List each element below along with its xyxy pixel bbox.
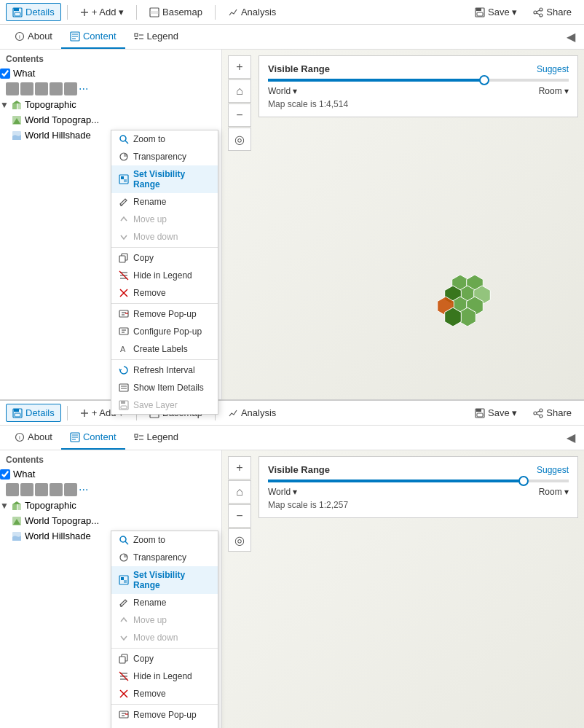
- suggest-button[interactable]: Suggest: [537, 64, 569, 74]
- table-icon[interactable]: [20, 82, 33, 95]
- layer-tool-icons: ···: [0, 482, 221, 498]
- menu-item-copy[interactable]: Copy: [111, 650, 218, 668]
- menu-item-remove-popup[interactable]: Remove Pop-up: [111, 706, 218, 724]
- menu-item-create-labels[interactable]: ACreate Labels: [111, 340, 218, 358]
- menu-item-show-item-details[interactable]: Show Item Details: [111, 379, 218, 396]
- share-button[interactable]: Share: [526, 404, 578, 422]
- main-layout: Contents What···▼ Topographic World Topo…: [0, 450, 584, 728]
- layer-item-world-topo[interactable]: World Topograp...: [0, 112, 221, 128]
- world-range-label[interactable]: World ▾: [268, 86, 297, 96]
- style-icon[interactable]: [50, 483, 63, 496]
- grid-icon[interactable]: [6, 82, 19, 95]
- expand-topo-icon[interactable]: ▼: [0, 501, 9, 511]
- tab-content[interactable]: Content: [61, 426, 125, 450]
- menu-item-set-visibility[interactable]: Set Visibility Range: [111, 165, 218, 193]
- layer-item-world-topo[interactable]: World Topograp...: [0, 513, 221, 528]
- context-menu: Zoom toTransparencySet Visibility RangeR…: [111, 130, 218, 415]
- tab-content[interactable]: Content: [61, 25, 125, 49]
- layer-item-what[interactable]: What: [0, 66, 221, 81]
- save-icon: [12, 408, 23, 418]
- menu-icon-move-up: [119, 615, 129, 625]
- zoom-out-button[interactable]: −: [228, 103, 251, 127]
- gps-button[interactable]: ◎: [228, 128, 251, 151]
- world-range-label[interactable]: World ▾: [268, 487, 297, 497]
- menu-item-remove[interactable]: Remove: [111, 284, 218, 302]
- add-button[interactable]: + Add ▾: [74, 3, 130, 21]
- zoom-out-button[interactable]: −: [228, 504, 251, 528]
- menu-item-hide-legend[interactable]: Hide in Legend: [111, 668, 218, 685]
- room-range-label[interactable]: Room ▾: [539, 487, 569, 497]
- tab-legend[interactable]: Legend: [125, 426, 187, 450]
- svg-rect-6: [150, 11, 159, 14]
- share-button[interactable]: Share: [526, 3, 578, 21]
- zoom-in-button[interactable]: +: [228, 456, 251, 480]
- layer-item-what[interactable]: What: [0, 466, 221, 482]
- svg-rect-27: [17, 103, 21, 109]
- menu-icon-hide-legend: [119, 270, 129, 281]
- menu-icon-rename: [119, 197, 129, 207]
- menu-item-hide-legend[interactable]: Hide in Legend: [111, 267, 218, 284]
- menu-item-label-save-layer: Save Layer: [133, 400, 178, 410]
- save-button[interactable]: Save ▾: [468, 404, 524, 422]
- collapse-sidebar-button[interactable]: ◀: [564, 27, 578, 47]
- menu-item-label-refresh-interval: Refresh Interval: [133, 365, 195, 375]
- sidebar: Contents What···▼ Topographic World Topo…: [0, 450, 222, 728]
- gps-button[interactable]: ◎: [228, 528, 251, 552]
- svg-point-12: [534, 11, 537, 14]
- room-range-label[interactable]: Room ▾: [539, 86, 569, 96]
- map-area[interactable]: +⌂−◎Visible RangeSuggestWorld ▾Room ▾Map…: [222, 50, 584, 399]
- more-options-button[interactable]: ···: [79, 82, 88, 95]
- settings-icon[interactable]: [64, 82, 77, 95]
- menu-item-refresh-interval[interactable]: Refresh Interval: [111, 361, 218, 379]
- menu-item-configure-popup[interactable]: Configure Pop-up: [111, 724, 218, 728]
- menu-item-zoom-to[interactable]: Zoom to: [111, 130, 218, 148]
- tab-about[interactable]: i About: [6, 25, 61, 49]
- analysis-button[interactable]: Analysis: [221, 404, 283, 422]
- more-options-button[interactable]: ···: [79, 483, 88, 496]
- visibility-slider[interactable]: [268, 79, 569, 82]
- details-button[interactable]: Details: [6, 404, 61, 422]
- what-checkbox[interactable]: [0, 469, 10, 480]
- menu-item-rename[interactable]: Rename: [111, 193, 218, 211]
- layer-item-topographic[interactable]: ▼ Topographic: [0, 97, 221, 112]
- style-icon[interactable]: [50, 82, 63, 95]
- details-button[interactable]: Details: [6, 3, 61, 21]
- expand-topo-icon[interactable]: ▼: [0, 100, 9, 110]
- table-icon[interactable]: [20, 483, 33, 496]
- grid-icon[interactable]: [6, 483, 19, 496]
- toolbar-divider: [67, 5, 68, 20]
- svg-point-70: [540, 409, 542, 412]
- collapse-sidebar-button[interactable]: ◀: [564, 428, 578, 447]
- tab-legend[interactable]: Legend: [125, 25, 187, 49]
- settings-icon[interactable]: [64, 483, 77, 496]
- svg-line-13: [537, 10, 540, 12]
- menu-item-remove-popup[interactable]: Remove Pop-up: [111, 305, 218, 323]
- menu-item-label-configure-popup: Configure Pop-up: [133, 326, 202, 337]
- layer-item-topographic[interactable]: ▼ Topographic: [0, 498, 221, 513]
- basemap-button[interactable]: Basemap: [143, 3, 209, 21]
- menu-item-move-up: Move up: [111, 211, 218, 228]
- suggest-button[interactable]: Suggest: [537, 465, 569, 475]
- menu-item-set-visibility[interactable]: Set Visibility Range: [111, 566, 218, 594]
- menu-item-transparency[interactable]: Transparency: [111, 549, 218, 566]
- home-button[interactable]: ⌂: [228, 480, 251, 504]
- home-button[interactable]: ⌂: [228, 79, 251, 103]
- menu-icon-transparency: [119, 552, 129, 563]
- save-button[interactable]: Save ▾: [468, 3, 524, 21]
- menu-item-transparency[interactable]: Transparency: [111, 148, 218, 165]
- filter-icon[interactable]: [35, 82, 48, 95]
- filter-icon[interactable]: [35, 483, 48, 496]
- menu-item-rename[interactable]: Rename: [111, 594, 218, 611]
- menu-item-remove[interactable]: Remove: [111, 685, 218, 702]
- menu-icon-configure-popup: [119, 326, 129, 337]
- what-checkbox[interactable]: [0, 69, 10, 79]
- visibility-slider[interactable]: [268, 480, 569, 482]
- analysis-button[interactable]: Analysis: [221, 3, 283, 21]
- menu-item-zoom-to[interactable]: Zoom to: [111, 531, 218, 549]
- menu-item-label-rename: Rename: [133, 197, 166, 207]
- menu-item-configure-popup[interactable]: Configure Pop-up: [111, 323, 218, 340]
- tab-about[interactable]: i About: [6, 426, 61, 450]
- zoom-in-button[interactable]: +: [228, 55, 251, 79]
- map-area[interactable]: +⌂−◎Visible RangeSuggestWorld ▾Room ▾Map…: [222, 450, 584, 728]
- menu-item-copy[interactable]: Copy: [111, 249, 218, 267]
